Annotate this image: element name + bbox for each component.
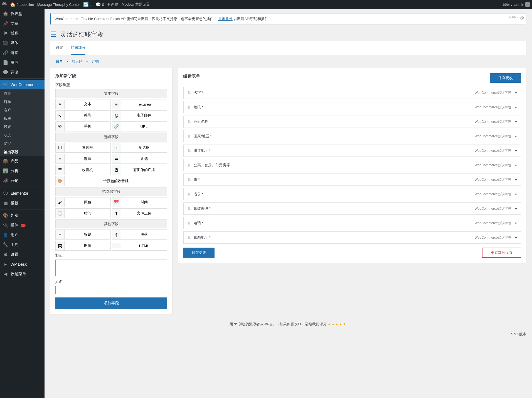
field-type-btn[interactable]: ☰收音机 <box>55 165 111 175</box>
comments-link[interactable]: 💬0 <box>95 2 104 7</box>
wp-logo[interactable]: ⓦ <box>2 2 7 8</box>
menu-营销[interactable]: 📣营销 <box>0 176 45 185</box>
drag-icon[interactable]: ⇅ <box>188 206 191 211</box>
tag-textarea[interactable] <box>55 260 167 276</box>
tab-0[interactable]: 设定 <box>56 41 63 55</box>
close-icon[interactable]: ⓧ <box>520 16 524 21</box>
menu-外观[interactable]: 🎨外观 <box>0 211 45 220</box>
field-type-btn[interactable]: HTML <box>112 241 167 251</box>
submenu-item[interactable]: 设置 <box>0 123 45 131</box>
notice-corner[interactable]: 皮肤n ▾ <box>509 15 518 19</box>
field-type-btn[interactable]: ☑复选框 <box>55 143 111 153</box>
menu-插件[interactable]: 🔌插件1 <box>0 220 45 230</box>
drag-icon[interactable]: ⇅ <box>188 148 191 153</box>
menu-博客[interactable]: ⚑博客 <box>0 28 45 38</box>
field-type-btn[interactable]: ¹₂编号 <box>55 110 111 120</box>
save-button-bottom[interactable]: 保存更改 <box>183 248 215 258</box>
drag-icon[interactable]: ⇅ <box>188 177 191 182</box>
field-type-btn[interactable]: 🖼图像 <box>55 241 111 251</box>
submenu-item[interactable]: 报表 <box>0 114 45 123</box>
chevron-down-icon[interactable]: ▾ <box>515 192 517 196</box>
field-row[interactable]: ⇅ 省份 * WooCommerce默认字段 ▾ <box>183 188 521 200</box>
chevron-down-icon[interactable]: ▾ <box>515 207 517 211</box>
drag-icon[interactable]: ⇅ <box>188 235 191 240</box>
field-type-btn[interactable]: A文本 <box>55 99 111 109</box>
menu-链接[interactable]: 🔗链接 <box>0 48 45 58</box>
field-row[interactable]: ⇅ 市 * WooCommerce默认字段 ▾ <box>183 174 521 186</box>
subtab-2[interactable]: 订购 <box>92 59 99 64</box>
field-row[interactable]: ⇅ 公司名称 WooCommerce默认字段 ▾ <box>183 116 521 128</box>
field-type-btn[interactable]: ⬆文件上传 <box>112 208 167 218</box>
drag-icon[interactable]: ⇅ <box>188 91 191 95</box>
submenu-item[interactable]: 订单 <box>0 98 45 106</box>
drag-icon[interactable]: ⇅ <box>188 192 191 196</box>
menu-分析[interactable]: 📊分析 <box>0 166 45 176</box>
menu-仪表盘[interactable]: 🏠仪表盘 <box>0 9 45 19</box>
menu-工具[interactable]: 🔧工具 <box>0 240 45 250</box>
menu-页面[interactable]: 📄页面 <box>0 58 45 67</box>
field-type-btn[interactable]: ≡-选择- <box>55 154 111 164</box>
field-type-btn[interactable]: 🔗URL <box>112 121 167 131</box>
chevron-down-icon[interactable]: ▾ <box>515 163 517 167</box>
reset-button[interactable]: 重置部分设置 <box>482 248 521 258</box>
notice-link[interactable]: 点击此处 <box>218 17 233 21</box>
menu-媒体[interactable]: 🎬媒体 <box>0 38 45 48</box>
chevron-down-icon[interactable]: ▾ <box>515 105 517 109</box>
drag-icon[interactable]: ⇅ <box>188 221 191 225</box>
field-type-btn[interactable]: ≣多选 <box>112 154 167 164</box>
field-row[interactable]: ⇅ 邮政编码 * WooCommerce默认字段 ▾ <box>183 202 521 215</box>
chevron-down-icon[interactable]: ▾ <box>515 134 517 138</box>
chevron-down-icon[interactable]: ▾ <box>515 149 517 153</box>
menu-文章[interactable]: 📌文章 <box>0 19 45 28</box>
field-row[interactable]: ⇅ 国家/地区 * WooCommerce默认字段 ▾ <box>183 130 521 142</box>
chevron-down-icon[interactable]: ▾ <box>515 236 517 240</box>
chevron-down-icon[interactable]: ▾ <box>515 221 517 225</box>
modown-settings[interactable]: Modown主题设置 <box>122 2 150 7</box>
field-row[interactable]: ⇅ 姓氏 * WooCommerce默认字段 ▾ <box>183 101 521 113</box>
submenu-item[interactable]: 签出字段 <box>0 148 45 156</box>
field-type-btn[interactable]: 📅时间 <box>112 197 167 207</box>
my-account[interactable]: 您好， admin <box>503 2 530 7</box>
menu-用户[interactable]: 👤用户 <box>0 230 45 240</box>
menu-模板[interactable]: ▦模板 <box>0 198 45 208</box>
field-row[interactable]: ⇅ 街道地址 * WooCommerce默认字段 ▾ <box>183 145 521 157</box>
field-row[interactable]: ⇅ 电话 * WooCommerce默认字段 ▾ <box>183 217 521 229</box>
menu-Elementor[interactable]: ⒺElementor <box>0 188 45 198</box>
field-type-btn[interactable]: ¶段落 <box>112 229 167 240</box>
submenu-item[interactable]: 客户 <box>0 106 45 114</box>
field-type-btn[interactable]: 🕐时间 <box>55 208 111 218</box>
menu-产品[interactable]: 📦产品 <box>0 156 45 166</box>
updates[interactable]: 🔄1 <box>83 2 92 7</box>
drag-icon[interactable]: ⇅ <box>188 119 191 124</box>
field-row[interactable]: ⇅ 公寓、套房、单元房等 WooCommerce默认字段 ▾ <box>183 159 521 171</box>
name-input[interactable] <box>55 286 167 294</box>
field-type-btn[interactable]: 🖼有图像的广播 <box>112 165 167 175</box>
chevron-down-icon[interactable]: ▾ <box>515 178 517 182</box>
chevron-down-icon[interactable]: ▾ <box>515 120 517 124</box>
submenu-item[interactable]: 扩展 <box>0 140 45 148</box>
site-name[interactable]: 🏠Jacqueline - Massage Theraphy Center <box>10 2 80 7</box>
subtab-1[interactable]: 航运区 <box>72 59 83 64</box>
field-type-btn[interactable]: ✆手机 <box>55 121 111 131</box>
field-type-btn[interactable]: 🎨带颜色的收音机 <box>55 176 167 186</box>
drag-icon[interactable]: ⇅ <box>188 105 191 109</box>
field-type-btn[interactable]: ☑多选框 <box>112 143 167 153</box>
tab-1[interactable]: 结账部分 <box>71 41 85 55</box>
submenu-item[interactable]: 状态 <box>0 131 45 140</box>
chevron-down-icon[interactable]: ▾ <box>515 91 517 95</box>
menu-评论[interactable]: 💬评论 <box>0 67 45 77</box>
field-row[interactable]: ⇅ 邮箱地址 * WooCommerce默认字段 ▾ <box>183 231 521 244</box>
menu-收起菜单[interactable]: ◀收起菜单 <box>0 269 45 279</box>
drag-icon[interactable]: ⇅ <box>188 163 191 167</box>
subtab-0[interactable]: 账单 <box>56 59 63 64</box>
field-type-btn[interactable]: @电子邮件 <box>112 110 167 120</box>
add-field-button[interactable]: 添加字段 <box>55 297 167 309</box>
field-type-btn[interactable]: H标题 <box>55 229 111 240</box>
field-row[interactable]: ⇅ 名字 * WooCommerce默认字段 ▾ <box>183 87 521 99</box>
menu-WooCommerce[interactable]: 🛒WooCommerce <box>0 80 45 89</box>
drag-icon[interactable]: ⇅ <box>188 134 191 138</box>
menu-WP Desk[interactable]: ▸WP Desk <box>0 259 45 269</box>
field-type-btn[interactable]: 🖌颜色 <box>55 197 111 207</box>
save-button-top[interactable]: 保存更改 <box>490 73 521 83</box>
field-type-btn[interactable]: ≡Textarea <box>112 99 167 109</box>
